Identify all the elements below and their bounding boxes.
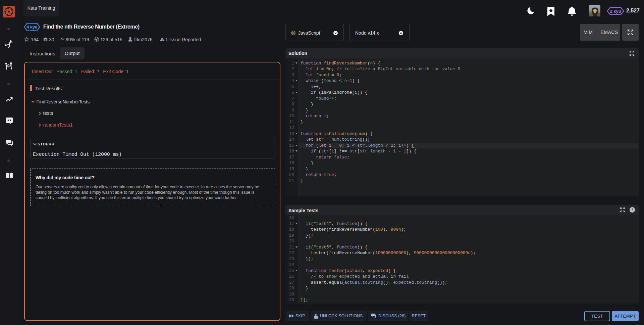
svg-text:4 kyu: 4 kyu [27,25,38,30]
svg-text:2 kyu: 2 kyu [610,9,621,14]
svg-text:JS: JS [292,32,295,34]
svg-text:?: ? [631,208,634,212]
